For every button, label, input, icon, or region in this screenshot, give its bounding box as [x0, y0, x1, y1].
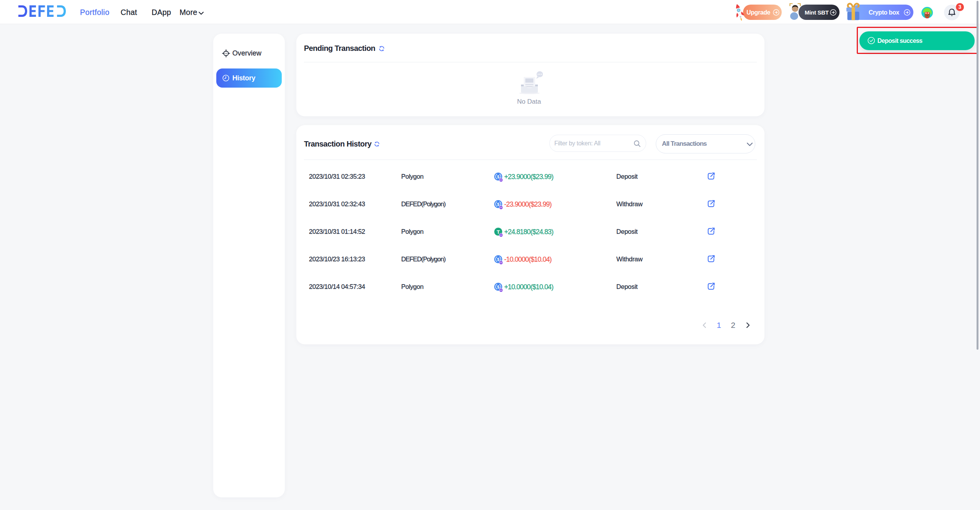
svg-text:$: $ — [497, 285, 499, 289]
svg-text:co: co — [500, 289, 502, 291]
svg-text:co: co — [500, 261, 502, 264]
svg-text:co: co — [500, 206, 502, 209]
svg-text:co: co — [500, 179, 502, 181]
svg-text:$: $ — [497, 174, 499, 179]
svg-text:$: $ — [497, 257, 499, 262]
svg-text:$: $ — [497, 202, 499, 207]
svg-text:co: co — [500, 234, 502, 236]
